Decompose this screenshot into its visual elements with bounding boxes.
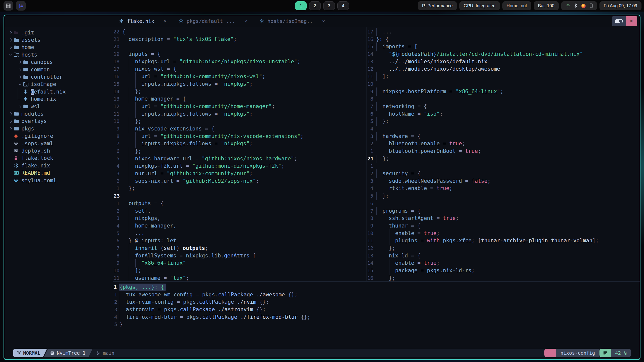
code-line[interactable]: 16 url = "github:nix-community/nixos-wsl… <box>113 73 367 80</box>
code-line[interactable]: 9 "x86_64-linux" <box>113 259 367 267</box>
code-line[interactable]: 7 programs = { <box>367 207 640 215</box>
code-line[interactable]: 14 enable = true; <box>367 259 640 267</box>
code-line[interactable]: 13 home-manager = { <box>113 95 367 103</box>
code-line[interactable]: 14 }; <box>113 88 367 96</box>
code-line[interactable]: 6 } @ inputs: let <box>113 237 367 245</box>
tree-item-.gitignore[interactable]: .gitignore <box>4 132 113 140</box>
code-line[interactable]: 7 networking = { <box>367 103 640 110</box>
code-line[interactable]: 1 tux-awesome-wm-config = pkgs.callPacka… <box>113 291 640 299</box>
code-line[interactable]: 2 bluetooth.enable = true; <box>367 140 640 148</box>
code-line[interactable]: 16}: { <box>367 36 640 43</box>
tab-pkgs-default-...[interactable]: pkgs/default ...× <box>173 15 253 27</box>
code-line[interactable]: 5 ... <box>113 230 367 237</box>
workspace-button-4[interactable]: 4 <box>337 1 349 10</box>
code-line[interactable]: 6 hostName = "iso"; <box>367 110 640 118</box>
tree-item-controller[interactable]: controller <box>4 73 113 80</box>
apps-grid-button[interactable] <box>4 1 13 11</box>
code-line[interactable]: 10 enable = true; <box>367 230 640 237</box>
code-line[interactable]: 8 url = "github:nix-community/nix-vscode… <box>113 133 367 140</box>
code-line[interactable]: 2 sops-nix.url = "github:Mic92/sops-nix"… <box>113 177 367 185</box>
code-line[interactable]: 1{pkgs, ...}: { <box>113 284 640 291</box>
code-line[interactable]: 17 nixos-wsl = { <box>113 65 367 73</box>
code-line[interactable]: 11 inputs.nixpkgs.follows = "nixpkgs"; <box>113 110 367 118</box>
code-line[interactable]: 12 ../../modules/nixos/desktop/awesome <box>367 65 640 73</box>
tree-item-pkgs[interactable]: pkgs <box>4 125 113 132</box>
code-line[interactable]: 2 tux-nvim-config = pkgs.callPackage ./n… <box>113 298 640 306</box>
code-line[interactable]: 1 outputs = { <box>113 200 367 207</box>
tree-item-canopus[interactable]: canopus <box>4 59 113 66</box>
tree-item-home[interactable]: home <box>4 44 113 51</box>
code-line[interactable]: 5 }; <box>367 192 640 200</box>
code-line[interactable]: 8 ssh.startAgent = true; <box>367 215 640 222</box>
editor-pkgs-default-nix[interactable]: 1{pkgs, ...}: {1 tux-awesome-wm-config =… <box>113 281 640 349</box>
tree-item-wsl[interactable]: wsl <box>4 103 113 110</box>
code-line[interactable]: 21 description = "tux's NixOS Flake"; <box>113 36 367 43</box>
code-line[interactable]: 21 }; <box>367 155 640 163</box>
editor-flake-nix[interactable]: 22{21 description = "tux's NixOS Flake";… <box>113 27 367 281</box>
tree-item-flake.lock[interactable]: flake.lock <box>4 155 113 162</box>
code-line[interactable]: 1 bluetooth.powerOnBoot = true; <box>367 148 640 155</box>
tree-item-modules[interactable]: modules <box>4 110 113 117</box>
code-line[interactable]: 1 <box>367 162 640 170</box>
code-line[interactable]: 3 nixpkgs, <box>113 215 367 222</box>
tab-hosts-isoImag..[interactable]: hosts/isoImag..× <box>253 15 331 27</box>
window-close-button[interactable]: × <box>626 16 637 26</box>
code-line[interactable]: 4 rtkit.enable = true; <box>367 185 640 192</box>
code-line[interactable]: 7 inputs.nixpkgs.follows = "nixpkgs"; <box>113 140 367 148</box>
tree-item-default.nix[interactable]: default.nix <box>4 88 113 95</box>
code-line[interactable]: 13 ../../modules/nixos/default.nix <box>367 58 640 66</box>
tree-item-overlays[interactable]: overlays <box>4 118 113 125</box>
code-line[interactable]: 2 self, <box>113 207 367 215</box>
code-line[interactable]: 11 ]; <box>367 73 640 80</box>
code-line[interactable]: 16 }; <box>367 275 640 281</box>
tab-close-icon[interactable]: × <box>164 18 166 24</box>
tree-item-flake.nix[interactable]: flake.nix <box>4 162 113 169</box>
code-line[interactable]: 15 imports = [ <box>367 43 640 51</box>
tab-close-icon[interactable]: × <box>322 18 325 24</box>
code-line[interactable]: 11 username = "tux"; <box>113 275 367 281</box>
code-line[interactable]: 15 package = pkgs.nix-ld-rs; <box>367 267 640 275</box>
code-line[interactable]: 3 nur.url = "github:nix-community/nur"; <box>113 170 367 177</box>
editor-iso-default-nix[interactable]: 17 ...16}: {15 imports = [14 "${modulesP… <box>367 27 640 281</box>
tree-item-README.md[interactable]: README.md <box>4 169 113 176</box>
code-line[interactable]: 3 astronvim = pkgs.callPackage ./astronv… <box>113 306 640 313</box>
code-line[interactable]: 7 inherit (self) outputs; <box>113 245 367 252</box>
window-toggle-switch[interactable] <box>612 16 626 26</box>
code-line[interactable]: 5 nixos-hardware.url = "github:nixos/nix… <box>113 155 367 163</box>
code-line[interactable]: 6 }; <box>113 148 367 155</box>
code-line[interactable]: 1 }; <box>113 185 367 192</box>
code-line[interactable]: 8 <box>367 95 640 103</box>
code-line[interactable]: 4 <box>367 125 640 133</box>
code-line[interactable]: 11 plugins = with pkgs.xfce; [thunar-arc… <box>367 237 640 245</box>
tree-item-stylua.toml[interactable]: stylua.toml <box>4 177 113 184</box>
workspace-button-2[interactable]: 2 <box>309 1 321 10</box>
code-line[interactable]: 6 <box>367 200 640 207</box>
tab-flake.nix[interactable]: flake.nix× <box>113 15 173 27</box>
code-line[interactable]: 3 hardware = { <box>367 133 640 140</box>
code-line[interactable]: 5} <box>113 321 640 328</box>
code-line[interactable]: 9 nixpkgs.hostPlatform = "x86_64-linux"; <box>367 88 640 96</box>
tree-item-.sops.yaml[interactable]: .sops.yaml <box>4 140 113 147</box>
code-line[interactable]: 9 thunar = { <box>367 222 640 230</box>
workspace-button-3[interactable]: 3 <box>323 1 335 10</box>
code-line[interactable]: 20 <box>113 43 367 51</box>
tree-item-home.nix[interactable]: home.nix <box>4 96 113 103</box>
wallpaper-tool-button[interactable]: $W <box>16 1 26 11</box>
tree-item-deploy.sh[interactable]: deploy.sh <box>4 147 113 154</box>
code-line[interactable]: 5 }; <box>367 118 640 125</box>
code-line[interactable]: 9 nix-vscode-extensions = { <box>113 125 367 133</box>
tree-item-isoImage[interactable]: isoImage <box>4 81 113 88</box>
code-line[interactable]: 22{ <box>113 28 367 36</box>
code-line[interactable]: 18 nixpkgs.url = "github:nixos/nixpkgs/n… <box>113 58 367 66</box>
code-line[interactable]: 17 ... <box>367 28 640 36</box>
code-line[interactable]: 10 <box>367 80 640 88</box>
code-line[interactable]: 15 inputs.nixpkgs.follows = "nixpkgs"; <box>113 80 367 88</box>
code-line[interactable]: 3 sudo.wheelNeedsPassword = false; <box>367 177 640 185</box>
code-line[interactable]: 8 forAllSystems = nixpkgs.lib.genAttrs [ <box>113 252 367 260</box>
code-line[interactable]: 12 }; <box>367 245 640 252</box>
code-line[interactable]: 19 inputs = { <box>113 51 367 58</box>
tab-close-icon[interactable]: × <box>244 18 247 24</box>
code-line[interactable]: 2 security = { <box>367 170 640 177</box>
tree-item-assets[interactable]: assets <box>4 36 113 43</box>
code-line[interactable]: 10 ]; <box>113 267 367 275</box>
